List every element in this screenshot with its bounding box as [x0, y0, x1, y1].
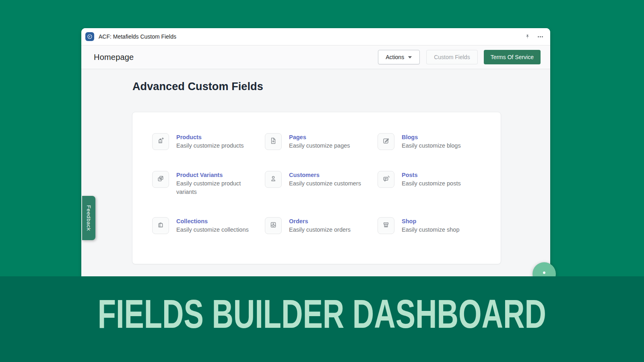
item-subtitle: Easily customize products [176, 142, 250, 150]
grid-item-blogs: Blogs Easily customize blogs [378, 133, 490, 150]
item-subtitle: Easily customize product variants [176, 179, 250, 196]
item-title-link[interactable]: Products [176, 133, 202, 142]
item-icon-box [265, 133, 282, 150]
grid-item-pages: Pages Easily customize pages [265, 133, 378, 150]
grid-item-products: Products Easily customize products [152, 133, 265, 150]
item-title-link[interactable]: Pages [289, 133, 306, 142]
app-window: ACF: Metafields Custom Fields Homepage A… [81, 28, 550, 278]
app-title: ACF: Metafields Custom Fields [99, 33, 176, 40]
item-icon-box [265, 171, 282, 188]
item-subtitle: Easily customize collections [176, 226, 250, 234]
collections-icon [156, 220, 165, 231]
page-heading: Homepage [94, 53, 134, 62]
item-title-link[interactable]: Collections [176, 217, 208, 226]
item-title-link[interactable]: Shop [402, 217, 416, 226]
feedback-tab-label: Feedback [86, 205, 92, 231]
app-logo-icon [85, 32, 94, 41]
grid-item-collections: Collections Easily customize collections [152, 217, 265, 234]
item-icon-box [378, 133, 394, 150]
chat-launcher-dot-icon [543, 272, 545, 274]
products-icon [156, 136, 165, 147]
item-icon-box [152, 133, 169, 150]
product-variants-icon [156, 174, 165, 185]
item-subtitle: Easily customize posts [402, 179, 475, 188]
item-icon-box [378, 171, 394, 188]
blogs-icon [382, 136, 390, 147]
grid-item-shop: Shop Easily customize shop [378, 217, 490, 234]
pages-icon [269, 136, 278, 147]
features-grid: Products Easily customize products Pages… [152, 133, 501, 234]
feedback-tab[interactable]: Feedback [82, 196, 95, 240]
actions-button[interactable]: Actions [378, 50, 420, 64]
item-icon-box [152, 217, 169, 234]
item-subtitle: Easily customize customers [289, 179, 362, 188]
page-content: Advanced Custom Fields [81, 69, 550, 93]
custom-fields-button[interactable]: Custom Fields [426, 50, 477, 64]
shop-icon [382, 220, 390, 231]
item-subtitle: Easily customize pages [289, 142, 362, 150]
banner-title: FIELDS BUILDER DASHBOARD [98, 291, 546, 337]
grid-item-orders: Orders Easily customize orders [265, 217, 378, 234]
grid-item-customers: Customers Easily customize customers [265, 171, 378, 196]
chevron-down-icon [408, 56, 412, 59]
item-subtitle: Easily customize shop [402, 226, 475, 234]
grid-item-posts: Posts Easily customize posts [378, 171, 490, 196]
page-toolbar: Homepage Actions Custom Fields Terms Of … [81, 45, 550, 69]
bottom-banner: FIELDS BUILDER DASHBOARD [0, 276, 644, 362]
item-icon-box [378, 217, 394, 234]
item-subtitle: Easily customize orders [289, 226, 362, 234]
item-title-link[interactable]: Product Variants [176, 171, 223, 179]
features-card: Products Easily customize products Pages… [132, 112, 501, 264]
posts-icon [382, 174, 390, 185]
item-icon-box [152, 171, 169, 188]
item-icon-box [265, 217, 282, 234]
item-subtitle: Easily customize blogs [402, 142, 475, 150]
item-title-link[interactable]: Orders [289, 217, 308, 226]
desktop-background: { "app": { "titlebar": { "title": "ACF: … [0, 0, 644, 362]
orders-icon [269, 220, 278, 231]
item-title-link[interactable]: Customers [289, 171, 320, 179]
app-titlebar: ACF: Metafields Custom Fields [81, 28, 550, 45]
page-title: Advanced Custom Fields [132, 80, 550, 93]
pin-icon[interactable] [524, 33, 531, 40]
terms-of-service-button[interactable]: Terms Of Service [484, 50, 541, 64]
item-title-link[interactable]: Posts [402, 171, 418, 179]
more-icon[interactable] [537, 33, 544, 40]
item-title-link[interactable]: Blogs [402, 133, 418, 142]
grid-item-product-variants: Product Variants Easily customize produc… [152, 171, 265, 196]
customers-icon [269, 174, 278, 185]
